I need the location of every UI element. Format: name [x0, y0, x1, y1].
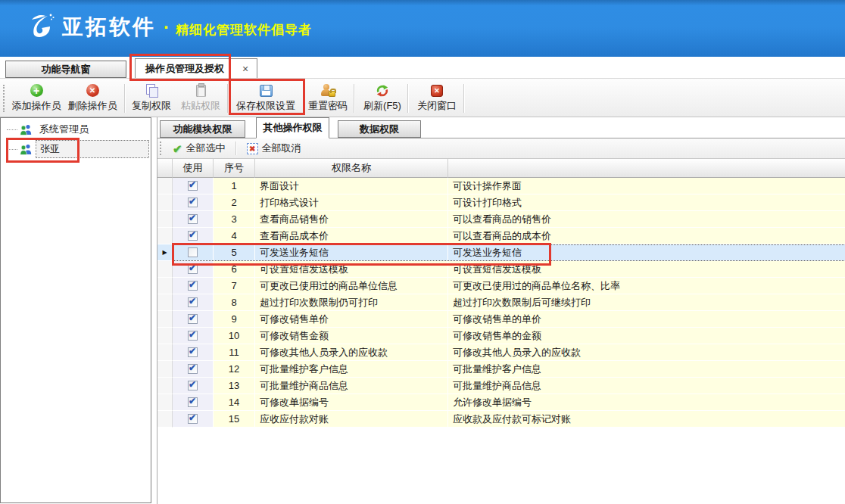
row-checkbox[interactable] — [188, 231, 198, 241]
toolbar-grip[interactable] — [3, 85, 5, 112]
brand-header: 亚拓软件 · 精细化管理软件倡导者 — [0, 0, 845, 57]
tab-function-navigator-label: 功能导航窗 — [42, 63, 91, 76]
row-index-cell: 1 — [214, 178, 255, 194]
row-checkbox[interactable] — [188, 297, 198, 307]
main-toolbar: + 添加操作员 ✕ 删除操作员 复制权限 粘贴权限 保存权限设置 重置密码 — [0, 78, 845, 117]
table-row[interactable]: 8 超过打印次数限制仍可打印 超过打印次数限制后可继续打印 — [157, 294, 845, 311]
table-row[interactable]: 7 可更改已使用过的商品单位信息 可更改已使用过的商品单位名称、比率 — [157, 278, 845, 294]
save-icon — [260, 85, 273, 97]
row-indicator: ▶ — [157, 244, 173, 261]
cancel-all-button[interactable]: ✖ 全部取消 — [242, 140, 306, 157]
row-checkbox[interactable] — [188, 331, 198, 341]
row-use-cell — [173, 278, 214, 294]
table-row[interactable]: 13 可批量维护商品信息 可批量维护商品信息 — [157, 378, 845, 394]
row-description-cell: 可设置短信发送模板 — [448, 261, 845, 278]
row-indicator — [157, 361, 173, 378]
table-row[interactable]: 9 可修改销售单价 可修改销售单的单价 — [157, 311, 845, 328]
row-description-cell: 可批量维护客户信息 — [448, 361, 845, 378]
toolbar-grip[interactable] — [160, 142, 162, 155]
selection-toolbar: ✔ 全部选中 ✖ 全部取消 — [157, 138, 845, 159]
row-checkbox[interactable] — [188, 198, 198, 207]
row-checkbox[interactable] — [188, 381, 198, 390]
table-row[interactable]: ▶ 5 可发送业务短信 可发送业务短信 — [157, 244, 845, 261]
row-checkbox[interactable] — [188, 247, 198, 257]
row-checkbox[interactable] — [188, 314, 198, 324]
tab-other-permissions[interactable]: 其他操作权限 — [256, 117, 329, 138]
header-name[interactable]: 权限名称 — [255, 159, 448, 178]
row-name-cell: 可批量维护客户信息 — [255, 361, 448, 378]
row-checkbox[interactable] — [188, 264, 198, 274]
tree-item-zhangya[interactable]: 张亚 — [1, 141, 151, 157]
header-description[interactable] — [448, 159, 845, 178]
table-row[interactable]: 3 查看商品销售价 可以查看商品的销售价 — [157, 211, 845, 228]
row-index-cell: 13 — [214, 378, 255, 394]
tree-connector — [7, 129, 17, 130]
table-row[interactable]: 11 可修改其他人员录入的应收款 可修改其他人员录入的应收款 — [157, 344, 845, 361]
row-name-cell: 界面设计 — [255, 178, 448, 194]
refresh-button[interactable]: 刷新(F5) — [356, 82, 409, 114]
add-operator-button[interactable]: + 添加操作员 — [6, 82, 67, 114]
table-row[interactable]: 6 可设置短信发送模板 可设置短信发送模板 — [157, 261, 845, 278]
tab-module-permissions[interactable]: 功能模块权限 — [160, 120, 245, 138]
table-row[interactable]: 12 可批量维护客户信息 可批量维护客户信息 — [157, 361, 845, 378]
reset-password-button[interactable]: 重置密码 — [301, 82, 354, 114]
row-description-cell: 可批量维护商品信息 — [448, 378, 845, 394]
row-indicator — [157, 344, 173, 361]
row-description-cell: 应收款及应付款可标记对账 — [448, 411, 845, 428]
row-use-cell — [173, 211, 214, 228]
permissions-table-header: 使用 序号 权限名称 — [157, 159, 845, 178]
table-row[interactable]: 14 可修改单据编号 允许修改单据编号 — [157, 394, 845, 411]
row-checkbox[interactable] — [188, 347, 198, 357]
row-checkbox[interactable] — [188, 281, 198, 291]
delete-operator-button[interactable]: ✕ 删除操作员 — [62, 82, 123, 114]
row-indicator — [157, 178, 173, 194]
row-name-cell: 可修改单据编号 — [255, 394, 448, 411]
check-icon: ✔ — [173, 143, 182, 154]
copy-permissions-button[interactable]: 复制权限 — [125, 82, 178, 114]
row-description-cell: 超过打印次数限制后可继续打印 — [448, 294, 845, 311]
tree-item-label: 系统管理员 — [36, 121, 92, 138]
row-checkbox[interactable] — [188, 214, 198, 224]
row-indicator — [157, 261, 173, 278]
row-name-cell: 可发送业务短信 — [255, 244, 448, 261]
table-row[interactable]: 2 打印格式设计 可设计打印格式 — [157, 194, 845, 211]
close-window-button[interactable]: ✕ 关闭窗口 — [410, 82, 463, 114]
row-checkbox[interactable] — [188, 414, 198, 424]
table-row[interactable]: 4 查看商品成本价 可以查看商品的成本价 — [157, 228, 845, 244]
row-description-cell: 可设计操作界面 — [448, 178, 845, 194]
row-index-cell: 11 — [214, 344, 255, 361]
row-indicator — [157, 228, 173, 244]
row-checkbox[interactable] — [188, 181, 198, 191]
tab-operator-management[interactable]: 操作员管理及授权 × — [135, 58, 257, 78]
app-window: 亚拓软件 · 精细化管理软件倡导者 功能导航窗 操作员管理及授权 × + 添加操… — [0, 0, 845, 504]
row-checkbox[interactable] — [188, 364, 198, 374]
row-index-cell: 2 — [214, 194, 255, 211]
row-index-cell: 7 — [214, 278, 255, 294]
header-use[interactable]: 使用 — [173, 159, 214, 178]
table-row[interactable]: 10 可修改销售金额 可修改销售单的金额 — [157, 328, 845, 344]
header-index[interactable]: 序号 — [214, 159, 255, 178]
table-row[interactable]: 1 界面设计 可设计操作界面 — [157, 178, 845, 194]
row-name-cell: 打印格式设计 — [255, 194, 448, 211]
row-indicator — [157, 278, 173, 294]
brand-separator: · — [164, 17, 170, 38]
select-all-button[interactable]: ✔ 全部选中 — [168, 140, 230, 157]
tab-data-permissions[interactable]: 数据权限 — [338, 120, 421, 138]
row-name-cell: 查看商品成本价 — [255, 228, 448, 244]
row-use-cell — [173, 194, 214, 211]
row-indicator — [157, 411, 173, 428]
row-checkbox[interactable] — [188, 397, 198, 407]
row-indicator — [157, 394, 173, 411]
save-permissions-button[interactable]: 保存权限设置 — [232, 82, 300, 114]
row-name-cell: 可修改销售金额 — [255, 328, 448, 344]
row-use-cell — [173, 178, 214, 194]
brand-name: 亚拓软件 — [62, 13, 156, 42]
row-use-cell — [173, 294, 214, 311]
permission-tab-strip: 功能模块权限 其他操作权限 数据权限 — [157, 117, 845, 138]
table-row[interactable]: 15 应收应付款对账 应收款及应付款可标记对账 — [157, 411, 845, 428]
tab-function-navigator[interactable]: 功能导航窗 — [5, 61, 126, 78]
cross-icon: ✖ — [247, 143, 258, 154]
row-use-cell — [173, 261, 214, 278]
tab-close-icon[interactable]: × — [234, 63, 257, 75]
tree-item-admin[interactable]: 系统管理员 — [1, 121, 151, 138]
